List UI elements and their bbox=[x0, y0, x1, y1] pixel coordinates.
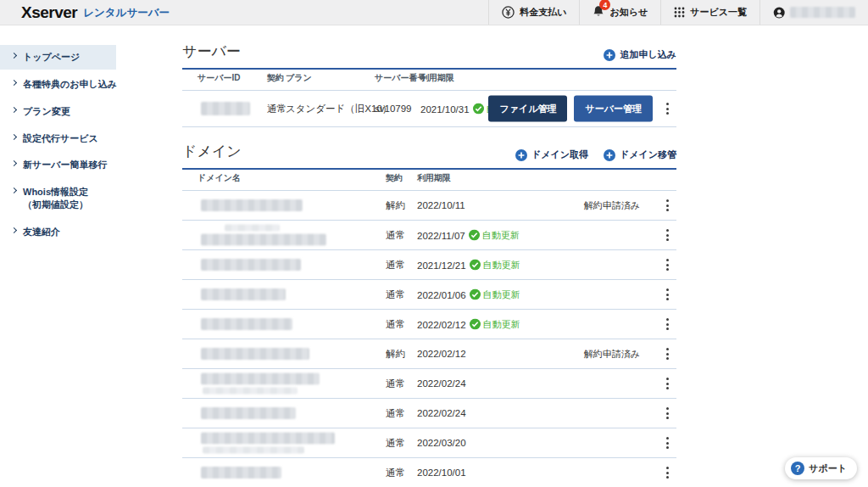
domain-transfer-label: ドメイン移管 bbox=[620, 148, 676, 161]
services-nav-item[interactable]: サービス一覧 bbox=[660, 0, 760, 25]
domain-transfer-button[interactable]: ドメイン移管 bbox=[604, 148, 676, 161]
payment-label: 料金支払い bbox=[520, 6, 566, 19]
server-expire-date: 2021/10/31 bbox=[420, 104, 470, 114]
domain-expire: 2022/02/24 bbox=[417, 408, 466, 418]
whois-line2: （初期値設定） bbox=[23, 199, 88, 211]
domain-row: 通常 2022/02/24 bbox=[182, 369, 676, 399]
domain-row-menu-icon[interactable] bbox=[661, 403, 674, 423]
plus-circle-icon bbox=[515, 149, 527, 161]
domain-section-header: ドメイン ドメイン取得 ドメイン移管 bbox=[182, 127, 676, 170]
domain-expire-cell: 2022/01/06 自動更新 bbox=[417, 288, 520, 301]
col-expire: 利用期限 bbox=[420, 72, 454, 84]
domain-section-title: ドメイン bbox=[182, 142, 242, 161]
domain-row: 解約 2022/02/12 解約申請済み bbox=[182, 339, 676, 369]
col-server-number: サーバー番号 bbox=[375, 72, 426, 84]
domain-expire: 2022/02/24 bbox=[417, 378, 466, 389]
domain-row-menu-icon[interactable] bbox=[661, 314, 674, 334]
domain-contract: 通常 bbox=[386, 229, 405, 242]
domain-row-menu-icon[interactable] bbox=[661, 284, 674, 305]
domain-contract: 解約 bbox=[386, 199, 405, 212]
domain-expire-cell: 2022/02/12 自動更新 bbox=[417, 318, 520, 331]
domain-name-redacted bbox=[201, 259, 301, 271]
check-circle-icon bbox=[470, 289, 481, 300]
domain-row: 通常 2022/03/20 bbox=[182, 428, 676, 458]
domain-contract: 解約 bbox=[386, 348, 405, 361]
sidebar-label: 新サーバー簡単移行 bbox=[23, 159, 108, 171]
top-header: Xserver レンタルサーバー 料金支払い 4 お知らせ bbox=[0, 0, 868, 25]
domain-row: 通常 2022/02/24 bbox=[182, 399, 676, 428]
sidebar-item-top-page[interactable]: トップページ bbox=[0, 45, 116, 70]
domain-row-menu-icon[interactable] bbox=[661, 195, 674, 216]
sidebar-item-server-migration[interactable]: 新サーバー簡単移行 bbox=[0, 153, 170, 177]
domain-row-menu-icon[interactable] bbox=[661, 373, 674, 394]
sidebar: トップページ 各種特典のお申し込み プラン変更 設定代行サービス 新サーバー簡単… bbox=[0, 25, 182, 247]
domain-actions: ドメイン取得 ドメイン移管 bbox=[515, 148, 676, 161]
domain-row-menu-icon[interactable] bbox=[661, 462, 674, 483]
domain-expire-cell: 2021/12/21 自動更新 bbox=[417, 259, 520, 271]
domain-expire: 2022/02/12 bbox=[417, 319, 466, 329]
domain-name-redacted-line1 bbox=[201, 234, 326, 246]
chevron-right-icon bbox=[11, 227, 17, 233]
col-contract: 契約 bbox=[386, 172, 403, 184]
auto-renew-label: 自動更新 bbox=[483, 259, 520, 271]
domain-expire: 2022/02/12 bbox=[417, 349, 466, 359]
sidebar-item-referral[interactable]: 友達紹介 bbox=[0, 220, 170, 244]
server-row-menu-icon[interactable] bbox=[661, 98, 674, 119]
file-manager-button[interactable]: ファイル管理 bbox=[488, 96, 567, 122]
notifications-label: お知らせ bbox=[609, 6, 648, 19]
col-domain-name: ドメイン名 bbox=[198, 172, 241, 184]
sidebar-label: トップページ bbox=[23, 51, 80, 64]
account-menu[interactable] bbox=[760, 0, 868, 25]
server-number: sv10799 bbox=[375, 104, 411, 114]
domain-name-redacted bbox=[201, 288, 286, 300]
sidebar-label: プラン変更 bbox=[23, 105, 70, 118]
domain-row-menu-icon[interactable] bbox=[661, 225, 674, 245]
add-server-button[interactable]: 追加申し込み bbox=[604, 48, 676, 61]
support-button[interactable]: ? サポート bbox=[785, 457, 857, 479]
xserver-panel-page: Xserver レンタルサーバー 料金支払い 4 お知らせ bbox=[0, 0, 868, 487]
domain-expire-cell: 2022/11/07 自動更新 bbox=[417, 229, 520, 242]
server-actions: ファイル管理 サーバー管理 bbox=[488, 96, 653, 122]
notifications-nav-item[interactable]: 4 お知らせ bbox=[579, 0, 660, 25]
whois-line1: Whois情報設定 bbox=[23, 187, 88, 197]
server-manager-button[interactable]: サーバー管理 bbox=[574, 96, 653, 122]
chevron-right-icon bbox=[11, 160, 17, 166]
col-contract: 契約 bbox=[267, 72, 284, 84]
sidebar-item-benefits[interactable]: 各種特典のお申し込み bbox=[0, 72, 170, 97]
domain-row-menu-icon[interactable] bbox=[661, 344, 674, 364]
domain-expire: 2022/10/01 bbox=[417, 467, 466, 478]
domain-name-redacted bbox=[201, 225, 326, 246]
sidebar-item-whois-settings[interactable]: Whois情報設定 （初期値設定） bbox=[0, 180, 170, 217]
check-circle-icon bbox=[469, 230, 480, 241]
chevron-right-icon bbox=[11, 107, 17, 113]
domain-row: 通常 2021/12/21 自動更新 bbox=[182, 250, 676, 280]
domain-contract: 通常 bbox=[386, 259, 405, 271]
main-content: サーバー 追加申し込み サーバーID 契約 プラン サーバー番号 利用期限 通常… bbox=[182, 25, 676, 487]
plus-circle-icon bbox=[604, 149, 615, 161]
domain-acquire-button[interactable]: ドメイン取得 bbox=[515, 148, 588, 161]
auto-renew-label: 自動更新 bbox=[483, 318, 520, 331]
sidebar-item-plan-change[interactable]: プラン変更 bbox=[0, 99, 170, 124]
yen-circle-icon bbox=[502, 6, 515, 19]
xserver-logo[interactable]: Xserver レンタルサーバー bbox=[0, 0, 170, 25]
domain-row-menu-icon[interactable] bbox=[661, 433, 674, 453]
payment-nav-item[interactable]: 料金支払い bbox=[488, 0, 579, 25]
chevron-right-icon bbox=[11, 133, 17, 139]
auto-renew-badge: 自動更新 bbox=[470, 318, 520, 331]
domain-row-menu-icon[interactable] bbox=[661, 255, 674, 275]
domain-row: 解約 2022/10/11 解約申請済み bbox=[182, 191, 676, 221]
chevron-right-icon bbox=[11, 188, 17, 193]
domain-row: 通常 2022/01/06 自動更新 bbox=[182, 280, 676, 310]
chevron-right-icon bbox=[11, 80, 17, 86]
auto-renew-badge: 自動更新 bbox=[470, 259, 520, 271]
check-circle-icon bbox=[470, 319, 481, 330]
sidebar-item-setup-agency[interactable]: 設定代行サービス bbox=[0, 126, 170, 151]
chevron-right-icon bbox=[11, 53, 17, 59]
account-name-redacted bbox=[790, 7, 855, 18]
add-server-label: 追加申し込み bbox=[620, 48, 676, 61]
services-label: サービス一覧 bbox=[690, 6, 747, 19]
domain-contract: 通常 bbox=[386, 407, 405, 420]
domain-contract: 通常 bbox=[386, 467, 405, 479]
header-nav: 料金支払い 4 お知らせ bbox=[488, 0, 868, 25]
col-plan: プラン bbox=[286, 72, 312, 84]
